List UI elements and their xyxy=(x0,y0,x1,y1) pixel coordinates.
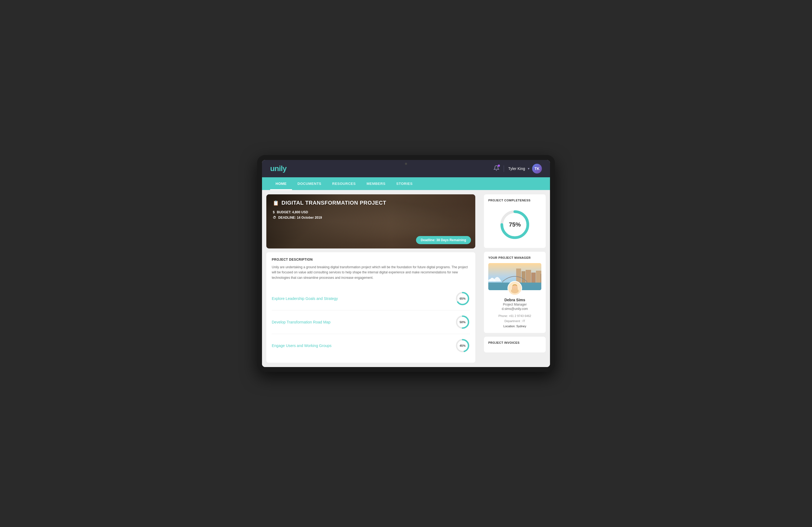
pm-details: Phone: +61 2 9743 6462 Department : IT L… xyxy=(488,313,541,328)
pm-department: Department : IT xyxy=(488,319,541,324)
pm-role: Project Manager xyxy=(488,303,541,306)
description-title: PROJECT DESCRIPTION xyxy=(272,258,470,262)
svg-rect-9 xyxy=(516,268,521,282)
main-content: 📋 DIGITAL TRANSFORMATION PROJECT $ BUDGE… xyxy=(262,190,550,367)
description-text: Unily are undertaking a ground breaking … xyxy=(272,265,470,280)
pm-location: Location: Sydney xyxy=(488,324,541,329)
svg-point-19 xyxy=(511,289,519,293)
logo: unily xyxy=(270,164,286,173)
hero-meta: $ BUDGET: 4,800 USD ⏱ DEADLINE: 14 Octob… xyxy=(273,210,469,220)
svg-rect-11 xyxy=(526,270,531,282)
hero-deadline: ⏱ DEADLINE: 14 October 2019 xyxy=(273,216,469,220)
svg-rect-12 xyxy=(531,273,536,282)
hero-budget: $ BUDGET: 4,800 USD xyxy=(273,210,469,214)
user-avatar: TK xyxy=(532,164,542,174)
goal-label-3: Engage Users and Working Groups xyxy=(272,343,332,348)
invoices-card: PROJECT INVOICES xyxy=(484,337,546,352)
clipboard-icon: 📋 xyxy=(273,200,279,206)
pm-phone: Phone: +61 2 9743 6462 xyxy=(488,313,541,319)
screen: unily Tyler King ▾ TK xyxy=(262,160,550,367)
logo-text: unily xyxy=(270,164,286,173)
header-divider xyxy=(504,165,504,172)
goal-item-1[interactable]: Explore Leadership Goals and Strategy 65… xyxy=(272,287,470,310)
goal-donut-3: 45% xyxy=(455,338,470,353)
pm-image-container xyxy=(488,263,541,290)
goal-item-3[interactable]: Engage Users and Working Groups 45% xyxy=(272,334,470,357)
deadline-badge: Deadline: 38 Days Remaining xyxy=(416,236,471,244)
user-profile-button[interactable]: Tyler King ▾ TK xyxy=(508,164,542,174)
invoices-title: PROJECT INVOICES xyxy=(488,341,541,344)
dollar-icon: $ xyxy=(273,210,275,214)
nav-item-home[interactable]: HOME xyxy=(270,177,292,190)
goal-label-1: Explore Leadership Goals and Strategy xyxy=(272,296,338,301)
nav-item-members[interactable]: MEMBERS xyxy=(361,177,391,190)
hero-banner: 📋 DIGITAL TRANSFORMATION PROJECT $ BUDGE… xyxy=(266,194,475,248)
hero-title-row: 📋 DIGITAL TRANSFORMATION PROJECT xyxy=(273,200,469,206)
pm-location-value: Sydney xyxy=(517,324,526,328)
goal-item-2[interactable]: Develop Transformation Road Map 50% xyxy=(272,310,470,334)
left-column: 📋 DIGITAL TRANSFORMATION PROJECT $ BUDGE… xyxy=(262,190,480,367)
hero-title: DIGITAL TRANSFORMATION PROJECT xyxy=(281,200,386,206)
device-frame: unily Tyler King ▾ TK xyxy=(257,155,555,372)
project-manager-card: YOUR PROJECT MANAGER xyxy=(484,252,546,333)
completeness-donut-container: 75% xyxy=(488,206,541,244)
completeness-percent: 75% xyxy=(498,208,531,241)
header-right: Tyler King ▾ TK xyxy=(493,164,542,174)
completeness-donut: 75% xyxy=(498,208,531,241)
svg-rect-10 xyxy=(522,271,525,282)
pm-name: Debra Sims xyxy=(488,298,541,302)
nav-item-documents[interactable]: DOCUMENTS xyxy=(292,177,327,190)
pm-email: d.sims@unily.com xyxy=(488,307,541,311)
user-name: Tyler King xyxy=(508,166,525,171)
nav-item-resources[interactable]: RESOURCES xyxy=(327,177,361,190)
goal-percent-1: 65% xyxy=(455,291,470,306)
goal-percent-3: 45% xyxy=(455,338,470,353)
chevron-down-icon: ▾ xyxy=(528,167,530,171)
project-card: PROJECT DESCRIPTION Unily are undertakin… xyxy=(266,252,475,363)
completeness-title: PROJECT COMPLETENESS xyxy=(488,199,541,202)
completeness-card: PROJECT COMPLETENESS 75% xyxy=(484,194,546,248)
notification-button[interactable] xyxy=(493,165,499,172)
header: unily Tyler King ▾ TK xyxy=(262,160,550,177)
pm-avatar xyxy=(508,281,522,296)
project-manager-title: YOUR PROJECT MANAGER xyxy=(488,256,541,259)
goal-percent-2: 50% xyxy=(455,315,470,330)
notification-dot xyxy=(498,164,500,167)
avatar-initials: TK xyxy=(535,166,540,171)
goal-donut-1: 65% xyxy=(455,291,470,306)
nav-item-stories[interactable]: STORIES xyxy=(391,177,418,190)
right-column: PROJECT COMPLETENESS 75% YOUR PROJEC xyxy=(480,190,550,367)
goal-donut-2: 50% xyxy=(455,315,470,330)
navigation: HOME DOCUMENTS RESOURCES MEMBERS STORIES xyxy=(262,177,550,190)
pm-info: Debra Sims Project Manager d.sims@unily.… xyxy=(488,298,541,328)
svg-rect-14 xyxy=(540,274,541,282)
clock-icon: ⏱ xyxy=(273,216,276,220)
goal-label-2: Develop Transformation Road Map xyxy=(272,320,331,324)
